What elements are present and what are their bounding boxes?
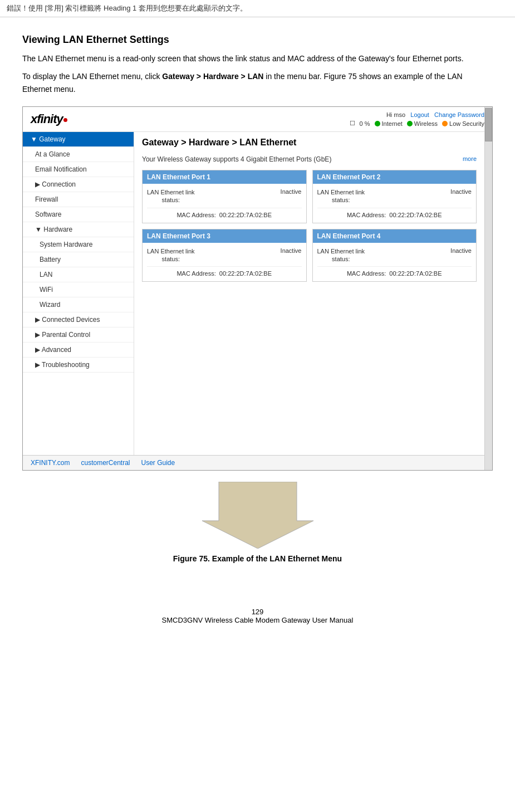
error-bar: 錯誤！使用 [常用] 索引標籤將 Heading 1 套用到您想要在此處顯示的文…: [0, 0, 515, 17]
port-1-header: LAN Ethernet Port 1: [143, 170, 306, 184]
svg-marker-0: [202, 482, 313, 549]
status-bar: ☐ 0 % Internet Wireless Low Security: [350, 120, 484, 127]
port-1-status-value: Inactive: [281, 188, 302, 204]
security-label: Low Security: [449, 120, 484, 127]
sidebar-item-gateway[interactable]: ▼ Gateway: [23, 132, 134, 147]
sidebar-item-firewall[interactable]: Firewall: [23, 192, 134, 207]
signal-icon: ☐: [350, 120, 355, 127]
port-4-header: LAN Ethernet Port 4: [313, 229, 477, 243]
port-4-status-row: LAN Ethernet linkstatus: Inactive: [317, 247, 472, 263]
port-2-status-row: LAN Ethernet linkstatus: Inactive: [317, 188, 472, 204]
sidebar-item-at-a-glance[interactable]: At a Glance: [23, 147, 134, 162]
sidebar-item-connected-devices[interactable]: ▶ Connected Devices: [23, 312, 134, 327]
wireless-label: Wireless: [414, 120, 438, 127]
port-2-status-value: Inactive: [450, 188, 472, 204]
port-3-link-label: LAN Ethernet linkstatus:: [147, 247, 195, 263]
content-heading: Gateway > Hardware > LAN Ethernet: [142, 138, 477, 150]
footer-link-user-guide[interactable]: User Guide: [141, 459, 175, 467]
paragraph-1: The LAN Ethernet menu is a read-only scr…: [22, 52, 493, 65]
security-dot: [442, 121, 448, 126]
internet-status: Internet: [375, 120, 403, 127]
page-content: Viewing LAN Ethernet Settings The LAN Et…: [0, 17, 515, 635]
sidebar-item-battery[interactable]: Battery: [23, 252, 134, 267]
para2-bold: Gateway > Hardware > LAN: [162, 72, 263, 81]
security-status: Low Security: [442, 120, 484, 127]
port-3-header: LAN Ethernet Port 3: [143, 229, 306, 243]
page-number: 129: [22, 608, 493, 616]
sidebar-item-parental-control[interactable]: ▶ Parental Control: [23, 327, 134, 343]
port-3-body: LAN Ethernet linkstatus: Inactive MAC Ad…: [143, 243, 306, 282]
user-links: Hi mso Logout Change Password: [350, 111, 484, 118]
scrollbar[interactable]: [484, 107, 492, 470]
sidebar-item-troubleshooting[interactable]: ▶ Troubleshooting: [23, 358, 134, 373]
logo-dot: [63, 118, 67, 122]
figure-caption: Figure 75. Example of the LAN Ethernet M…: [22, 554, 493, 563]
port-box-1: LAN Ethernet Port 1 LAN Ethernet linksta…: [142, 170, 307, 223]
sidebar-item-connection[interactable]: ▶ Connection: [23, 177, 134, 192]
port-box-2: LAN Ethernet Port 2 LAN Ethernet linksta…: [312, 170, 477, 223]
port-1-body: LAN Ethernet linkstatus: Inactive MAC Ad…: [143, 184, 306, 223]
xfinity-logo: xfinity: [31, 112, 67, 126]
doc-title: SMCD3GNV Wireless Cable Modem Gateway Us…: [22, 616, 493, 624]
user-info: Hi mso Logout Change Password ☐ 0 % Inte…: [350, 111, 484, 127]
port-1-link-label: LAN Ethernet linkstatus:: [147, 188, 195, 204]
sidebar-item-hardware[interactable]: ▼ Hardware: [23, 222, 134, 237]
port-1-mac: MAC Address: 00:22:2D:7A:02:BE: [147, 208, 302, 218]
sidebar-item-advanced[interactable]: ▶ Advanced: [23, 343, 134, 358]
browser-footer: XFINITY.com customerCentral User Guide: [23, 455, 492, 470]
port-4-mac: MAC Address: 00:22:2D:7A:02:BE: [317, 266, 472, 277]
sidebar-item-software[interactable]: Software: [23, 207, 134, 222]
main-content-area: Gateway > Hardware > LAN Ethernet Your W…: [134, 132, 484, 455]
port-4-body: LAN Ethernet linkstatus: Inactive MAC Ad…: [313, 243, 477, 282]
page-title: Viewing LAN Ethernet Settings: [22, 34, 493, 46]
xfinity-header: xfinity Hi mso Logout Change Password ☐ …: [23, 107, 492, 132]
port-4-status-value: Inactive: [450, 247, 472, 263]
port-2-link-label: LAN Ethernet linkstatus:: [317, 188, 365, 204]
page-footer: 129 SMCD3GNV Wireless Cable Modem Gatewa…: [22, 608, 493, 624]
wireless-status: Wireless: [407, 120, 438, 127]
logout-link[interactable]: Logout: [410, 111, 429, 118]
internet-dot: [375, 121, 380, 126]
footer-link-customer-central[interactable]: customerCentral: [81, 459, 130, 467]
sidebar-item-lan[interactable]: LAN: [23, 267, 134, 282]
info-text-label: Your Wireless Gateway supports 4 Gigabit…: [142, 155, 331, 163]
port-grid: LAN Ethernet Port 1 LAN Ethernet linksta…: [142, 170, 477, 282]
port-1-status-row: LAN Ethernet linkstatus: Inactive: [147, 188, 302, 204]
scrollbar-thumb[interactable]: [485, 108, 492, 141]
port-2-mac: MAC Address: 00:22:2D:7A:02:BE: [317, 208, 472, 218]
arrow-decoration: [202, 482, 313, 549]
wireless-dot: [407, 121, 413, 126]
internet-label: Internet: [382, 120, 403, 127]
signal-percent: 0 %: [360, 120, 370, 127]
change-password-link[interactable]: Change Password: [434, 111, 484, 118]
sidebar-item-wizard[interactable]: Wizard: [23, 297, 134, 312]
port-3-status-value: Inactive: [281, 247, 302, 263]
info-text-row: Your Wireless Gateway supports 4 Gigabit…: [142, 155, 477, 163]
browser-body: ▼ Gateway At a Glance Email Notification…: [23, 132, 492, 455]
para2-prefix: To display the LAN Ethernet menu, click: [22, 72, 162, 81]
port-2-header: LAN Ethernet Port 2: [313, 170, 477, 184]
paragraph-2: To display the LAN Ethernet menu, click …: [22, 70, 493, 95]
sidebar: ▼ Gateway At a Glance Email Notification…: [23, 132, 134, 455]
sidebar-item-email-notification[interactable]: Email Notification: [23, 162, 134, 177]
port-2-body: LAN Ethernet linkstatus: Inactive MAC Ad…: [313, 184, 477, 223]
arrow-svg: [202, 482, 313, 549]
port-box-4: LAN Ethernet Port 4 LAN Ethernet linksta…: [312, 229, 477, 282]
footer-link-xfinity[interactable]: XFINITY.com: [31, 459, 70, 467]
browser-window: xfinity Hi mso Logout Change Password ☐ …: [22, 106, 493, 471]
port-3-status-row: LAN Ethernet linkstatus: Inactive: [147, 247, 302, 263]
sidebar-item-system-hardware[interactable]: System Hardware: [23, 237, 134, 252]
port-box-3: LAN Ethernet Port 3 LAN Ethernet linksta…: [142, 229, 307, 282]
port-4-link-label: LAN Ethernet linkstatus:: [317, 247, 365, 263]
port-3-mac: MAC Address: 00:22:2D:7A:02:BE: [147, 266, 302, 277]
sidebar-item-wifi[interactable]: WiFi: [23, 282, 134, 297]
more-link[interactable]: more: [463, 155, 477, 162]
error-text: 錯誤！使用 [常用] 索引標籤將 Heading 1 套用到您想要在此處顯示的文…: [7, 4, 247, 12]
greeting-text: Hi mso: [386, 111, 405, 118]
